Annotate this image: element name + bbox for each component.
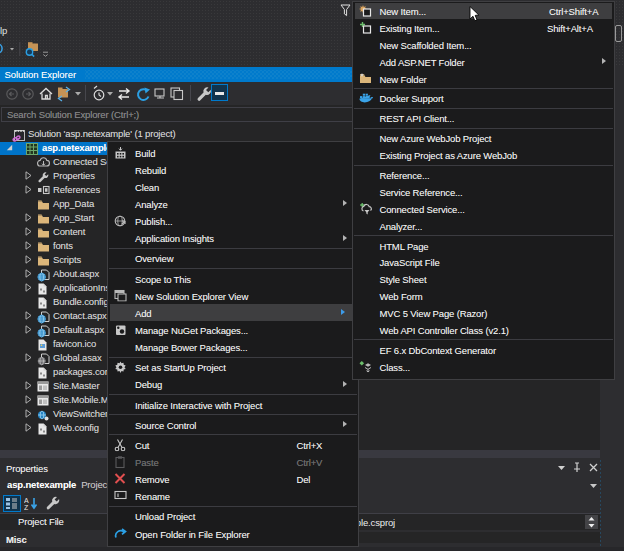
- svg-text:Z: Z: [24, 504, 29, 511]
- svg-text:A: A: [24, 497, 29, 504]
